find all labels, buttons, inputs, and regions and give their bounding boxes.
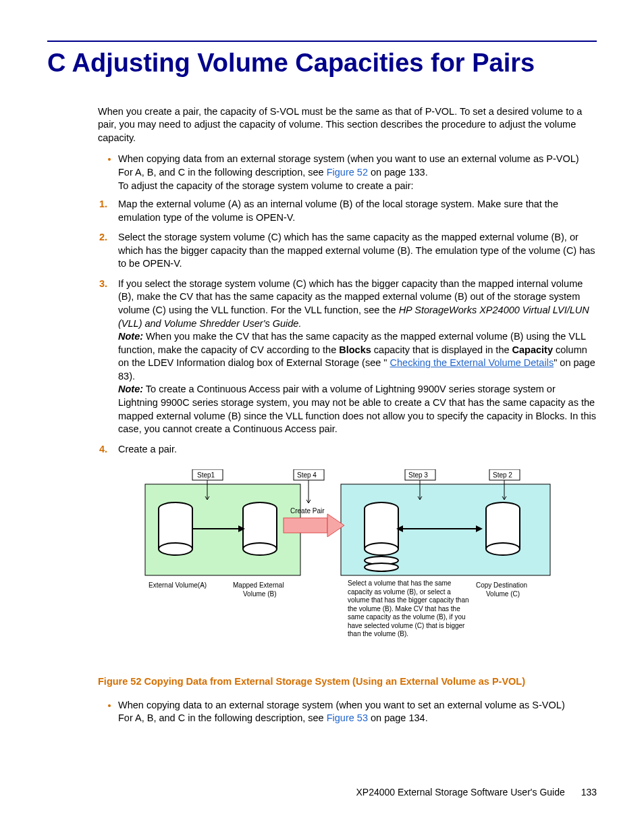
bullet1-line3: To adjust the capacity of the storage sy… [118,180,414,191]
steps-list: 1. Map the external volume (A) as an int… [98,198,597,456]
diag-extvolA: External Volume(A) [149,581,207,589]
content-body: When you create a pair, the capacity of … [98,105,597,725]
bullet1-line2b: on page 133. [368,167,428,178]
step-num-2: 2. [99,231,107,244]
svg-point-34 [365,543,398,555]
svg-point-41 [486,543,520,555]
cylinder-mapped-b-icon [243,502,277,555]
bullet1-line2a: For A, B, and C in the following descrip… [118,167,327,178]
bullet1-line1: When copying data from an external stora… [118,153,579,164]
step-3-note2-label: Note: [118,384,143,394]
step-2-text: Select the storage system volume (C) whi… [118,232,595,269]
top-rule [47,41,597,42]
cylinder-copydest-c-icon [486,502,520,555]
bullet2-line2b: on page 134. [368,712,428,723]
diag-selectC: Select a volume that has the same capaci… [348,579,469,639]
diag-step4: Step 4 [297,471,317,479]
footer-doc: XP24000 External Storage Software User's… [356,787,564,798]
cylinder-ext-a-icon [159,502,192,555]
figure-52-caption: Figure 52 Copying Data from External Sto… [98,675,597,689]
svg-rect-45 [284,518,327,533]
step-2: 2. Select the storage system volume (C) … [118,231,597,271]
bullet2-line2a: For A, B, and C in the following descrip… [118,712,327,723]
intro-para: When you create a pair, the capacity of … [98,105,597,145]
step-3-note2-b: To create a Continuous Access pair with … [118,384,596,434]
diag-step3: Step 3 [408,471,428,479]
bullet-item-pvol: When copying data from an external stora… [118,153,597,192]
step-num-4: 4. [99,443,107,457]
external-volume-details-link[interactable]: Checking the External Volume Details [390,357,554,368]
svg-point-22 [159,543,192,555]
figure-53-link[interactable]: Figure 53 [327,712,368,723]
svg-point-36 [365,563,398,571]
diag-mappedB-l1: Mapped External [233,581,284,589]
diag-copydest-l1: Copy Destination [476,581,527,589]
bullet2-line1: When copying data to an external storage… [118,700,565,710]
step-3-note1-label: Note: [118,331,143,342]
step-4: 4. Create a pair. [118,443,597,457]
blocks-bold: Blocks [339,344,371,355]
diag-mappedB-l2: Volume (B) [243,590,276,598]
bullet-list-1: When copying data from an external stora… [98,153,597,192]
figure-52-link[interactable]: Figure 52 [327,167,368,178]
capacity-bold: Capacity [512,344,553,355]
step-3: 3. If you select the storage system volu… [118,278,597,436]
diag-step2: Step 2 [493,471,512,479]
step-num-1: 1. [99,198,107,211]
page-heading: C Adjusting Volume Capacities for Pairs [47,49,597,78]
step-num-3: 3. [99,278,107,291]
step-1-text: Map the external volume (A) as an intern… [118,199,558,223]
step-4-text: Create a pair. [118,444,177,454]
page-footer: XP24000 External Storage Software User's… [47,786,597,799]
bullet-list-2: When copying data to an external storage… [98,699,597,725]
diag-step1: Step1 [197,471,215,479]
diag-createpair: Create Pair [290,507,325,515]
diag-copydest-l2: Volume (C) [486,590,520,598]
footer-page: 133 [581,787,597,798]
bullet-item-svol: When copying data to an external storage… [118,699,597,725]
step-1: 1. Map the external volume (A) as an int… [118,198,597,224]
step-3-note1-c: capacity that is displayed in the [371,344,512,355]
svg-point-27 [243,543,277,555]
figure-52-diagram: Step1 Step 4 Step 3 Step 2 [138,469,557,665]
cylinder-step3-icon [365,502,398,571]
